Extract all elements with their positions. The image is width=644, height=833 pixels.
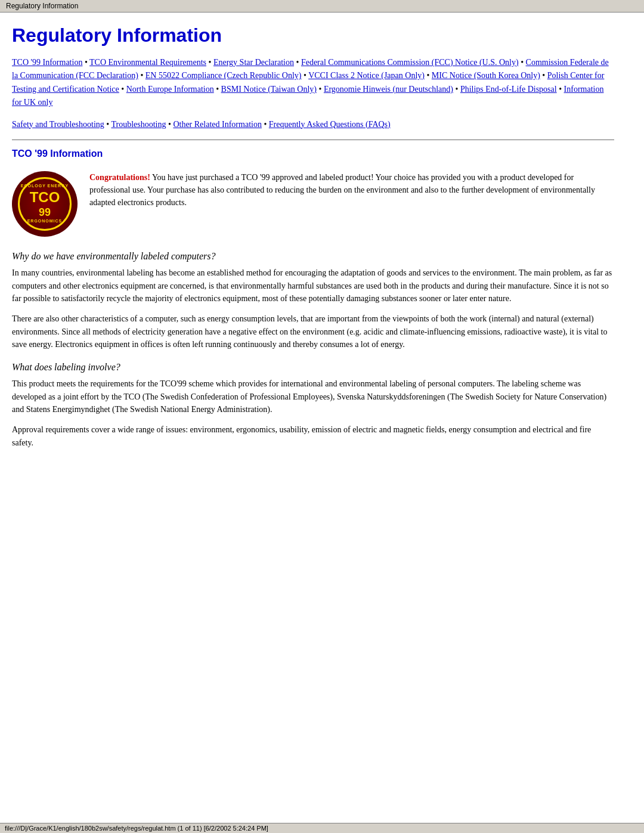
why-paragraph2: There are also other characteristics of … xyxy=(12,312,614,351)
divider xyxy=(12,140,614,140)
link-faqs[interactable]: Frequently Asked Questions (FAQs) xyxy=(269,120,391,129)
tco99-section-title: TCO '99 Information xyxy=(12,148,614,159)
congrats-label: Congratulations! xyxy=(89,173,150,182)
link-tco-env[interactable]: TCO Environmental Requirements xyxy=(89,58,206,67)
what-paragraph2: Approval requirements cover a wide range… xyxy=(12,423,614,449)
tco-description: Congratulations! You have just purchased… xyxy=(89,171,614,209)
what-paragraph1: This product meets the requirements for … xyxy=(12,377,614,416)
tco-info-block: ECOLOGY ENERGY TCO 99 ERGONOMICS Congrat… xyxy=(12,171,614,237)
browser-bar: Regulatory Information xyxy=(0,0,644,13)
link-troubleshooting[interactable]: Troubleshooting xyxy=(111,120,166,129)
link-bsmi[interactable]: BSMI Notice (Taiwan Only) xyxy=(221,85,317,94)
why-paragraph1: In many countries, environmental labelin… xyxy=(12,267,614,305)
link-other-related[interactable]: Other Related Information xyxy=(173,120,262,129)
link-north-europe[interactable]: North Europe Information xyxy=(126,85,214,94)
link-en55022[interactable]: EN 55022 Compliance (Czech Republic Only… xyxy=(145,71,302,80)
tco-logo: ECOLOGY ENERGY TCO 99 ERGONOMICS xyxy=(12,171,78,237)
nav-links-secondary: Safety and Troubleshooting • Troubleshoo… xyxy=(12,118,614,131)
main-content: Regulatory Information TCO '99 Informati… xyxy=(0,13,632,481)
why-heading: Why do we have environmentally labeled c… xyxy=(12,251,614,262)
link-tco99[interactable]: TCO '99 Information xyxy=(12,58,82,67)
nav-links-primary: TCO '99 Information • TCO Environmental … xyxy=(12,56,614,110)
browser-path: Regulatory Information xyxy=(6,2,78,10)
link-fcc[interactable]: Federal Communications Commission (FCC) … xyxy=(301,58,519,67)
tco-body-text: You have just purchased a TCO '99 approv… xyxy=(89,173,595,207)
link-safety[interactable]: Safety and Troubleshooting xyxy=(12,120,104,129)
link-ergonomie[interactable]: Ergonomie Hinweis (nur Deutschland) xyxy=(324,85,453,94)
link-mic[interactable]: MIC Notice (South Korea Only) xyxy=(432,71,540,80)
link-philips[interactable]: Philips End-of-Life Disposal xyxy=(460,85,557,94)
link-vcci[interactable]: VCCI Class 2 Notice (Japan Only) xyxy=(308,71,425,80)
link-energy-star[interactable]: Energy Star Declaration xyxy=(213,58,294,67)
what-heading: What does labeling involve? xyxy=(12,362,614,373)
page-title: Regulatory Information xyxy=(12,24,614,47)
